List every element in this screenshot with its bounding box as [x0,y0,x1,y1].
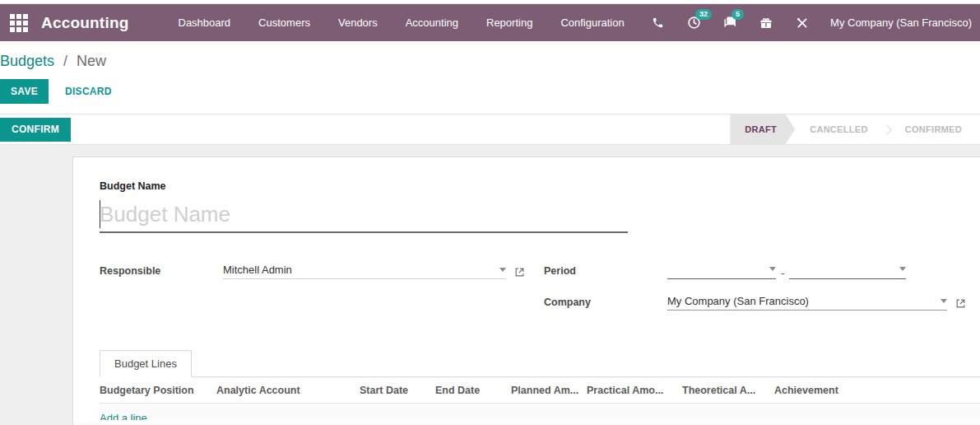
tools-button[interactable] [794,15,810,31]
crossed-tools-icon [796,16,809,30]
responsible-row: Responsible Mitchell Admin [100,259,544,279]
company-open-record-button[interactable] [955,298,966,311]
chevron-down-icon [499,268,506,272]
company-select[interactable]: My Company (San Francisco) [667,295,947,311]
responsible-select[interactable]: Mitchell Admin [223,264,506,279]
external-link-icon [514,267,525,278]
stage-confirmed[interactable]: CONFIRMED [890,124,977,134]
company-value: My Company (San Francisco) [667,295,809,307]
budget-name-input[interactable] [100,197,628,231]
responsible-label: Responsible [100,265,223,279]
messages-button[interactable]: 5 [722,15,738,31]
navbar-right: 32 5 My Company (San Francisco) [649,15,972,31]
voip-button[interactable] [649,15,666,31]
form-fields-grid: Responsible Mitchell Admin Period [100,259,980,322]
chevron-down-icon [769,267,776,271]
budget-name-label: Budget Name [100,180,980,192]
menu-configuration[interactable]: Configuration [559,13,625,32]
discard-button[interactable]: DISCARD [57,79,120,104]
breadcrumb-area: Budgets / New SAVE DISCARD [0,41,980,104]
col-budgetary-position[interactable]: Budgetary Position [100,385,216,396]
menu-customers[interactable]: Customers [257,13,312,32]
form-right-column: Period - Company M [544,259,980,322]
period-to-select[interactable] [789,261,906,279]
responsible-open-record-button[interactable] [514,267,525,279]
activities-button[interactable]: 32 [685,15,702,31]
col-achievement[interactable]: Achievement [774,385,873,396]
notebook: Budget Lines Budgetary Position Analytic… [100,350,980,425]
breadcrumb: Budgets / New [0,51,980,71]
chevron-down-icon [941,299,947,303]
activity-count-badge: 32 [695,9,712,20]
main-menu: Dashboard Customers Vendors Accounting R… [177,13,626,32]
gift-icon [759,16,773,30]
col-practical-amount[interactable]: Practical Amo... [587,385,682,396]
stage-cancelled[interactable]: CANCELLED [795,124,883,134]
form-left-column: Responsible Mitchell Admin [100,259,544,322]
confirm-button[interactable]: CONFIRM [0,118,71,142]
phone-icon [652,16,664,29]
col-planned-amount[interactable]: Planned Am... [511,385,587,396]
form-statusbar-row: CONFIRM DRAFT CANCELLED CONFIRMED [0,114,980,145]
company-label: Company [544,297,667,311]
save-button[interactable]: SAVE [0,79,49,104]
app-title[interactable]: Accounting [41,14,129,32]
form-view-background: Budget Name Responsible Mitchell Admin [0,145,980,425]
budget-name-field-wrap [100,197,628,233]
col-end-date[interactable]: End Date [435,385,511,396]
period-from-select[interactable] [667,261,776,279]
company-switcher[interactable]: My Company (San Francisco) [830,16,972,29]
col-start-date[interactable]: Start Date [360,385,435,396]
menu-vendors[interactable]: Vendors [337,13,379,32]
apps-grid-icon [10,14,28,32]
external-link-icon [955,298,966,309]
tab-budget-lines[interactable]: Budget Lines [100,350,192,377]
breadcrumb-current: New [77,53,106,69]
notebook-tabs: Budget Lines [100,350,980,377]
menu-reporting[interactable]: Reporting [485,13,534,32]
message-count-badge: 5 [732,9,744,20]
period-range-separator: - [781,267,784,279]
text-cursor [100,200,100,228]
responsible-value: Mitchell Admin [223,264,292,276]
col-theoretical-amount[interactable]: Theoretical A... [682,385,774,396]
col-analytic-account[interactable]: Analytic Account [216,385,360,396]
form-sheet: Budget Name Responsible Mitchell Admin [72,156,980,425]
period-row: Period - [544,259,980,279]
menu-accounting[interactable]: Accounting [404,13,460,32]
main-navbar: Accounting Dashboard Customers Vendors A… [0,4,980,41]
menu-dashboard[interactable]: Dashboard [177,13,233,32]
statusbar: DRAFT CANCELLED CONFIRMED [730,114,980,144]
record-actions: SAVE DISCARD [0,79,980,104]
chevron-down-icon [899,267,906,271]
period-label: Period [544,265,667,279]
stage-draft[interactable]: DRAFT [730,114,795,145]
sheet-footer [73,420,980,425]
company-row: Company My Company (San Francisco) [544,291,980,311]
apps-menu-button[interactable] [7,11,31,35]
budget-lines-table-header: Budgetary Position Analytic Account Star… [100,377,980,404]
breadcrumb-budgets-link[interactable]: Budgets [0,53,54,69]
breadcrumb-separator: / [58,53,72,69]
rewards-button[interactable] [758,15,774,31]
